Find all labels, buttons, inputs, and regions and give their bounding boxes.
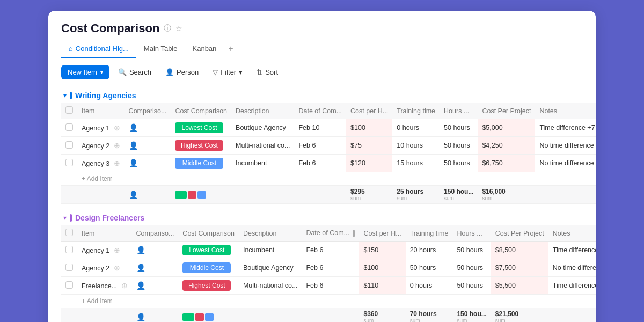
row-check xyxy=(61,137,77,155)
sum-comparison: 👤 xyxy=(125,186,171,204)
add-item-label[interactable]: + Add Item xyxy=(77,295,596,308)
group-design-freelancers: ▾ Design Freelancers Item Compariso... C… xyxy=(61,210,583,322)
row-checkbox[interactable] xyxy=(65,159,73,166)
row-date: Feb 6 xyxy=(302,277,359,295)
row-notes: Time difference +7 hours xyxy=(548,277,596,295)
person-button[interactable]: 👤 Person xyxy=(160,65,204,79)
row-cost-comparison[interactable]: Highest Cost xyxy=(178,277,239,295)
tab-conditional[interactable]: ⌂ Conditional Hig... xyxy=(61,41,136,58)
filter-icon: ▽ xyxy=(213,68,218,76)
row-hours: 50 hours xyxy=(440,137,478,155)
row-notes: Time difference +7 hours xyxy=(535,119,596,137)
group-writing-chevron-icon: ▾ xyxy=(63,92,67,99)
table-row: Agency 1 ⊕ 👤 Lowest Cost Boutique Agency… xyxy=(61,119,596,137)
row-cost-project: $8,500 xyxy=(491,241,548,259)
search-icon: 🔍 xyxy=(118,68,127,76)
mini-bar-green xyxy=(175,191,187,199)
sum-date xyxy=(302,308,359,323)
add-person-icon[interactable]: ⊕ xyxy=(121,281,128,290)
row-cost-comparison[interactable]: Lowest Cost xyxy=(178,241,239,259)
row-item: Agency 2 ⊕ xyxy=(77,259,132,277)
row-checkbox[interactable] xyxy=(65,141,73,149)
sum-person-icon: 👤 xyxy=(129,191,138,199)
add-person-icon[interactable]: ⊕ xyxy=(114,123,120,132)
row-training: 20 hours xyxy=(406,241,453,259)
row-description: Incumbent xyxy=(239,241,302,259)
table-row: Agency 2 ⊕ 👤 Middle Cost Boutique Agency… xyxy=(61,259,596,277)
row-cost-project: $6,750 xyxy=(478,155,535,172)
row-date: Feb 10 xyxy=(294,119,346,137)
row-cost-project: $7,500 xyxy=(491,259,548,277)
comparison-person-icon: 👤 xyxy=(136,281,145,290)
add-item-row-writing[interactable]: + Add Item xyxy=(61,172,596,186)
sort-icon: ⇅ xyxy=(257,68,262,76)
tab-kanban[interactable]: Kanban xyxy=(185,41,224,58)
row-check xyxy=(61,241,77,259)
cost-badge-lowest: Lowest Cost xyxy=(182,245,231,255)
sum-cost-hour: $360 sum xyxy=(359,308,405,323)
writing-summary-row: 👤 $295 sum 25 h xyxy=(61,186,596,204)
new-item-button[interactable]: New Item ▾ xyxy=(61,65,109,79)
mini-bar-blue xyxy=(197,191,206,199)
cost-badge-middle: Middle Cost xyxy=(182,262,231,273)
tab-main-table[interactable]: Main Table xyxy=(136,41,185,58)
row-checkbox[interactable] xyxy=(65,246,73,253)
search-button[interactable]: 🔍 Search xyxy=(113,65,157,79)
add-item-row-design[interactable]: + Add Item xyxy=(61,295,596,308)
sum-training: 25 hours sum xyxy=(392,186,440,204)
header-checkbox[interactable] xyxy=(65,106,73,114)
info-icon[interactable]: ⓘ xyxy=(164,24,171,33)
tabs-row: ⌂ Conditional Hig... Main Table Kanban + xyxy=(61,41,583,58)
mini-bar-pink xyxy=(188,191,196,199)
row-cost-comparison[interactable]: Middle Cost xyxy=(171,155,231,172)
row-cost-comparison[interactable]: Middle Cost xyxy=(178,259,239,277)
row-item: Freelance... ⊕ xyxy=(77,277,132,295)
sum-check xyxy=(61,186,77,204)
row-checkbox[interactable] xyxy=(65,281,73,289)
add-item-label[interactable]: + Add Item xyxy=(77,172,596,186)
group-design-bar xyxy=(70,214,72,222)
sum-cost-hour: $295 sum xyxy=(346,186,392,204)
cost-badge-highest: Highest Cost xyxy=(182,280,231,291)
tab-add[interactable]: + xyxy=(224,41,237,58)
mini-bar-green xyxy=(182,313,194,321)
sort-button[interactable]: ⇅ Sort xyxy=(251,65,283,79)
row-hours: 50 hours xyxy=(452,241,491,259)
th-hours: Hours ... xyxy=(440,103,478,119)
cost-badge-lowest: Lowest Cost xyxy=(175,122,223,133)
group-design-header[interactable]: ▾ Design Freelancers xyxy=(61,210,583,225)
th-notes: Notes xyxy=(535,103,596,119)
filter-button[interactable]: ▽ Filter ▾ xyxy=(207,65,248,79)
sum-item xyxy=(77,308,132,323)
row-cost-hour: $150 xyxy=(359,241,405,259)
design-summary-row: 👤 $360 sum 70 h xyxy=(61,308,596,323)
row-cost-comparison[interactable]: Lowest Cost xyxy=(171,119,231,137)
mini-bar-pink xyxy=(195,313,204,321)
add-person-icon[interactable]: ⊕ xyxy=(114,159,120,167)
sum-comparison: 👤 xyxy=(132,308,179,323)
row-check xyxy=(61,155,77,172)
add-person-icon[interactable]: ⊕ xyxy=(114,141,120,150)
row-comparison: 👤 xyxy=(125,137,171,155)
comparison-person-icon: 👤 xyxy=(129,159,138,167)
group-writing-header[interactable]: ▾ Writing Agencies xyxy=(61,88,583,103)
th-check xyxy=(61,103,77,119)
th-comparison: Compariso... xyxy=(132,225,179,241)
add-person-icon[interactable]: ⊕ xyxy=(114,246,120,254)
th-cost-comparison: Cost Comparison xyxy=(178,225,239,241)
row-checkbox[interactable] xyxy=(65,123,73,131)
header-checkbox[interactable] xyxy=(65,229,73,236)
th-cost-hour: Cost per H... xyxy=(346,103,392,119)
th-date: Date of Com... xyxy=(294,103,346,119)
add-person-icon[interactable]: ⊕ xyxy=(114,264,120,272)
star-icon[interactable]: ☆ xyxy=(175,24,182,33)
home-icon: ⌂ xyxy=(69,45,73,53)
group-writing-bar xyxy=(70,92,72,99)
row-checkbox[interactable] xyxy=(65,264,73,271)
row-comparison: 👤 xyxy=(132,277,179,295)
row-cost-comparison[interactable]: Highest Cost xyxy=(171,137,231,155)
row-cost-hour: $75 xyxy=(346,137,392,155)
design-table-header-row: Item Compariso... Cost Comparison Descri… xyxy=(61,225,596,241)
row-check xyxy=(61,119,77,137)
sum-person-icon: 👤 xyxy=(136,313,145,321)
